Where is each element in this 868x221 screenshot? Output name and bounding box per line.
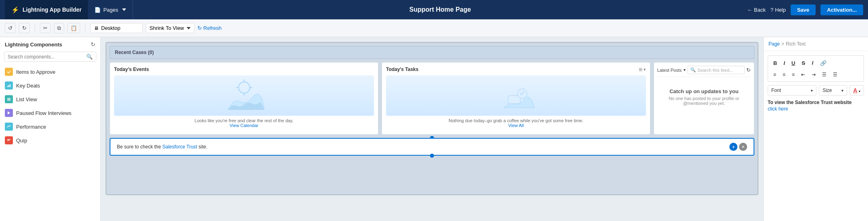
bottom-bar-text: Be sure to check the Salesforce Trust si… (117, 144, 208, 150)
refresh-button[interactable]: ↻ Refresh (197, 25, 222, 31)
align-right-button[interactable]: ≡ (789, 70, 797, 79)
app-brand: ⚡ Lightning App Builder (5, 0, 88, 19)
canvas-row2: Today's Events Looks like you're free (110, 62, 754, 135)
shrink-to-view-button[interactable]: Shrink To View (146, 23, 194, 33)
svg-rect-7 (7, 99, 10, 100)
breadcrumb-page[interactable]: Page (768, 41, 780, 47)
svg-rect-2 (7, 86, 8, 87)
svg-rect-13 (7, 139, 10, 140)
top-bar-actions: ← Back ? Help Save Activation... (747, 4, 863, 15)
pages-menu[interactable]: 📄 Pages (88, 0, 133, 19)
list-ul-button[interactable]: ☰ (819, 70, 829, 79)
undo-button[interactable]: ↺ (5, 23, 16, 33)
sidebar-item-quip[interactable]: Quip (0, 133, 100, 147)
font-color-button[interactable]: A ▾ (849, 85, 864, 96)
properties-panel: Page > Rich Text B I U S I 🔗 ≡ ≡ (763, 37, 868, 221)
feed-dropdown-icon[interactable]: ▾ (683, 67, 686, 73)
sidebar-item-key-deals[interactable]: Key Deals (0, 79, 100, 92)
performance-icon (5, 123, 13, 131)
link-button[interactable]: 🔗 (817, 58, 829, 68)
remove-component-button[interactable]: × (739, 143, 747, 151)
canvas-area: Recent Cases (0) Today's Events (101, 37, 763, 221)
click-here-link[interactable]: click here (768, 106, 864, 112)
feed-empty-text: No one has posted to your profile or @me… (665, 96, 743, 106)
bottom-handle[interactable] (430, 154, 434, 158)
strikethrough-button[interactable]: S (799, 58, 808, 68)
canvas-frame: Recent Cases (0) Today's Events (106, 42, 758, 195)
copy-button[interactable]: ⧉ (54, 23, 64, 33)
size-label: Size (822, 88, 832, 93)
shrink-chevron-icon (187, 27, 191, 29)
font-size-row: Font ▾ Size ▾ A ▾ (768, 85, 864, 96)
sidebar-item-label: Key Deals (16, 83, 40, 89)
feed-refresh-icon[interactable]: ↻ (746, 67, 751, 73)
sidebar-header: Lightning Components ↻ (0, 37, 100, 50)
paused-flow-icon (5, 109, 13, 117)
add-component-button[interactable]: + (729, 143, 737, 151)
events-empty-text: Looks like you're free and clear the res… (114, 118, 374, 123)
activation-button[interactable]: Activation... (820, 4, 863, 15)
sidebar-item-performance[interactable]: Performance (0, 120, 100, 133)
svg-rect-3 (8, 85, 9, 87)
sidebar-item-list-view[interactable]: List View (0, 92, 100, 106)
font-color-icon: A (853, 87, 857, 94)
sidebar-search-container: 🔍 (4, 52, 96, 62)
feed-search-icon: 🔍 (690, 67, 696, 73)
breadcrumb-separator: > (781, 41, 784, 47)
svg-point-15 (239, 82, 250, 93)
device-select[interactable]: 🖥 Desktop (90, 23, 143, 33)
feed-header: Latest Posts ▾ 🔍 Search this feed... ↻ (657, 66, 751, 77)
sidebar-title: Lightning Components (5, 42, 62, 48)
lightning-brand-icon: ⚡ (11, 6, 19, 14)
font-select[interactable]: Font ▾ (768, 85, 816, 96)
formatting-row-1: B I U S I 🔗 (770, 58, 861, 68)
sidebar-item-label: Items to Approve (16, 69, 56, 75)
indent-increase-button[interactable]: ⇥ (809, 70, 818, 79)
sidebar-item-items-to-approve[interactable]: Items to Approve (0, 65, 100, 79)
sidebar-refresh-button[interactable]: ↻ (91, 41, 96, 48)
size-select[interactable]: Size ▾ (819, 85, 847, 96)
view-calendar-link[interactable]: View Calendar (114, 123, 374, 128)
feed-empty: Catch up on updates to you No one has po… (657, 80, 751, 114)
sidebar-item-label: List View (16, 96, 37, 102)
back-button[interactable]: ← Back (747, 7, 766, 13)
italic2-button[interactable]: I (809, 58, 816, 68)
paste-button[interactable]: 📋 (67, 23, 80, 33)
bold-button[interactable]: B (770, 58, 780, 68)
search-input[interactable] (8, 54, 86, 60)
bottom-bar-actions: + × (729, 143, 747, 151)
main-layout: Lightning Components ↻ 🔍 Items to Approv… (0, 37, 868, 221)
recent-cases-bar: Recent Cases (0) (110, 46, 754, 59)
redo-button[interactable]: ↻ (19, 23, 30, 33)
svg-rect-14 (7, 140, 9, 141)
properties-body-text: To view the Salesforce Trust website (768, 99, 864, 106)
svg-rect-6 (7, 98, 10, 99)
feed-search[interactable]: 🔍 Search this feed... (687, 66, 745, 74)
sidebar-item-label: Paused Flow Interviews (16, 110, 71, 116)
tasks-empty-text: Nothing due today–go grab a coffee while… (386, 118, 646, 123)
list-ol-button[interactable]: ☰ (830, 70, 840, 79)
view-all-tasks-link[interactable]: View All (386, 123, 646, 128)
app-brand-label: Lightning App Builder (23, 6, 81, 13)
toolbar: ↺ ↻ ✂ ⧉ 📋 🖥 Desktop Shrink To View ↻ Ref… (0, 19, 868, 37)
feed-empty-title: Catch up on updates to you (665, 88, 743, 94)
chevron-down-icon (122, 8, 126, 11)
cut-button[interactable]: ✂ (40, 23, 51, 33)
tasks-illustration (386, 75, 646, 116)
save-button[interactable]: Save (791, 4, 816, 15)
page-title: Support Home Page (133, 6, 747, 13)
properties-breadcrumb: Page > Rich Text (764, 37, 868, 51)
italic-button[interactable]: I (781, 58, 788, 68)
underline-button[interactable]: U (789, 58, 798, 68)
align-center-button[interactable]: ≡ (780, 70, 788, 79)
help-button[interactable]: ? Help (770, 7, 786, 13)
salesforce-trust-link[interactable]: Salesforce Trust (162, 144, 197, 150)
tasks-title: Today's Tasks (386, 67, 418, 72)
align-left-button[interactable]: ≡ (770, 70, 779, 79)
indent-decrease-button[interactable]: ⇤ (798, 70, 808, 79)
bottom-text-bar[interactable]: Be sure to check the Salesforce Trust si… (110, 138, 754, 156)
size-chevron-icon: ▾ (841, 88, 843, 93)
sidebar: Lightning Components ↻ 🔍 Items to Approv… (0, 37, 101, 221)
sidebar-item-paused-flow-interviews[interactable]: Paused Flow Interviews (0, 106, 100, 120)
sidebar-item-label: Performance (16, 124, 46, 130)
